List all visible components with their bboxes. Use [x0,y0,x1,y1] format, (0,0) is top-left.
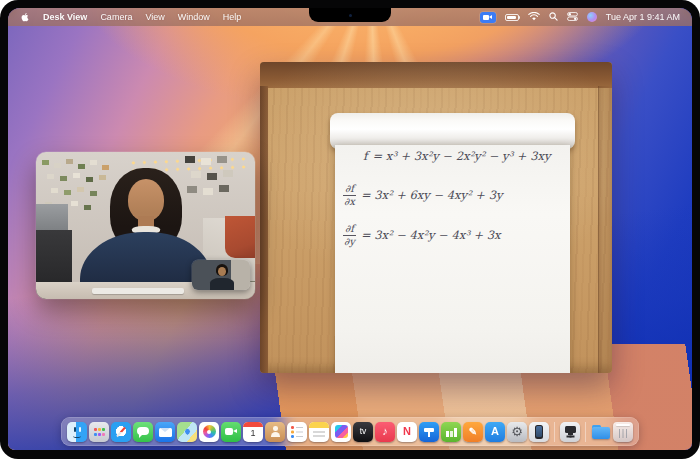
photo-frames-right [185,156,241,216]
self-view-face [218,267,226,276]
dock-settings-glyph: ⚙ [507,422,527,442]
dock-iphone-mirroring-icon[interactable] [529,422,549,442]
dock-music-glyph: ♪ [375,422,395,442]
control-center-icon[interactable] [567,12,578,23]
dock-downloads-icon[interactable] [591,422,611,442]
frac-denominator: ∂x [344,196,355,208]
dock-reminders-icon[interactable] [287,422,307,442]
dock-mail-icon[interactable] [155,422,175,442]
dock-pages-icon[interactable]: ✎ [463,422,483,442]
facetime-pip-window[interactable] [36,152,255,299]
dock-numbers-icon[interactable] [441,422,461,442]
keyboard [92,288,184,294]
dock-deskview-icon[interactable] [560,422,580,442]
dock-appstore-icon[interactable]: A [485,422,505,442]
menu-camera[interactable]: Camera [100,12,132,22]
dock-maps-icon[interactable] [177,422,197,442]
equation-1-body: = x³ + 3x²y − 2x²y² − y³ + 3xy [372,149,550,163]
screen: Desk View Camera View Window Help [8,8,692,450]
equation-2-body: = 3x² + 6xy − 4xy² + 3y [361,188,503,202]
frac-numerator: ∂f [343,183,356,196]
dock-finder-icon[interactable] [67,422,87,442]
dock-messages-icon[interactable] [133,422,153,442]
dock-calendar-icon[interactable]: 1 [243,422,263,442]
menu-app-title[interactable]: Desk View [43,12,87,22]
dock-tv-icon[interactable]: tv [353,422,373,442]
battery-icon[interactable] [505,14,519,21]
dock-settings-icon[interactable]: ⚙ [507,422,527,442]
dock-trash-icon[interactable] [613,422,633,442]
menu-view[interactable]: View [145,12,164,22]
dock-pages-glyph: ✎ [463,422,483,442]
equation-line-3: ∂f ∂y = 3x² − 4x²y − 4x³ + 3x [343,223,501,247]
dock-notes-icon[interactable] [309,422,329,442]
partial-derivative-x-fraction: ∂f ∂x [343,183,356,207]
dock-tv-glyph: tv [353,422,373,442]
notepad: f = x³ + 3x²y − 2x²y² − y³ + 3xy ∂f ∂x =… [335,113,570,373]
dock-calendar-glyph: 1 [243,422,263,442]
search-icon[interactable] [549,12,558,23]
notepad-rolled-page [330,113,575,149]
dock-launchpad-icon[interactable] [89,422,109,442]
red-blanket [225,216,255,258]
dock-photos-icon[interactable] [199,422,219,442]
dock-news-glyph: N [397,422,417,442]
dock-keynote-icon[interactable] [419,422,439,442]
partial-derivative-y-fraction: ∂f ∂y [343,223,356,247]
equation-3-body: = 3x² − 4x²y − 4x³ + 3x [361,228,501,242]
self-view-thumbnail[interactable] [192,260,250,290]
dock-divider [554,422,555,442]
apple-menu-icon[interactable] [20,12,30,22]
menu-bar-clock[interactable]: Tue Apr 1 9:41 AM [606,12,680,22]
siri-icon[interactable] [587,12,597,22]
dock-contacts-icon[interactable] [265,422,285,442]
dock-music-icon[interactable]: ♪ [375,422,395,442]
macbook-bezel: Desk View Camera View Window Help [0,0,700,459]
frac-denominator: ∂y [344,236,355,248]
webcam-dot [349,14,352,17]
desk-view-window[interactable]: f = x³ + 3x²y − 2x²y² − y³ + 3xy ∂f ∂x =… [260,62,612,373]
frac-numerator: ∂f [343,223,356,236]
display-notch [309,8,391,22]
dock: 1tv♪N✎A⚙ [61,417,639,446]
dock-news-icon[interactable]: N [397,422,417,442]
dock-divider [585,422,586,442]
self-view-body [210,278,234,290]
dock-safari-icon[interactable] [111,422,131,442]
equation-line-2: ∂f ∂x = 3x² + 6xy − 4xy² + 3y [343,183,502,207]
camera-indicator-icon[interactable] [480,12,496,23]
menu-window[interactable]: Window [178,12,210,22]
dock-appstore-glyph: A [485,422,505,442]
dock-facetime-icon[interactable] [221,422,241,442]
wifi-icon[interactable] [528,12,540,23]
notepad-sheet: f = x³ + 3x²y − 2x²y² − y³ + 3xy ∂f ∂x =… [335,145,570,373]
equation-line-1: f = x³ + 3x²y − 2x²y² − y³ + 3xy [363,149,550,163]
participant-face [128,179,164,221]
equipment-shelf [36,204,68,230]
equation-1-lhs: f [363,149,367,163]
menu-help[interactable]: Help [223,12,242,22]
dock-freeform-icon[interactable] [331,422,351,442]
